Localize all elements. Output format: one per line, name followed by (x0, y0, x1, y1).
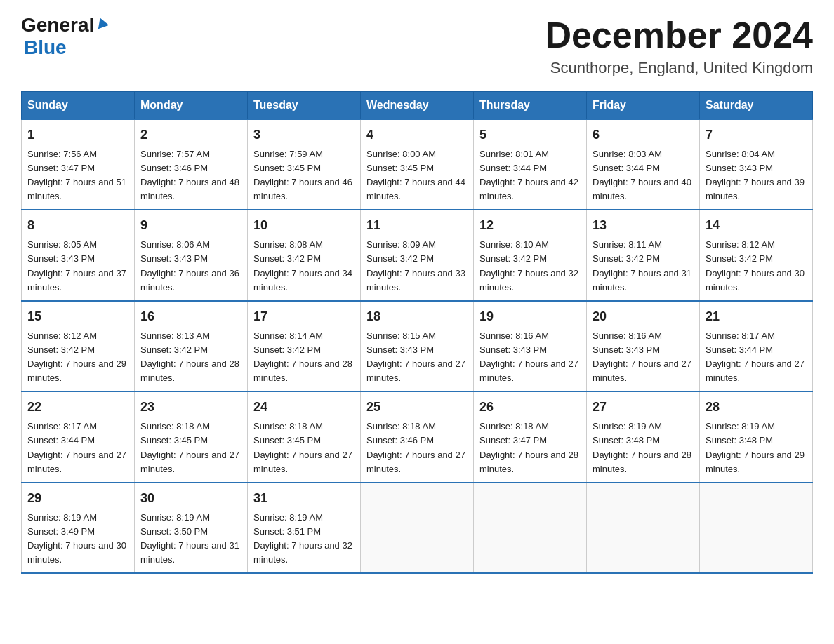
sunset-text: Sunset: 3:42 PM (593, 253, 660, 264)
calendar-cell: 28 Sunrise: 8:19 AM Sunset: 3:48 PM Dayl… (700, 391, 813, 482)
daylight-text: Daylight: 7 hours and 30 minutes. (27, 540, 126, 565)
calendar-cell: 15 Sunrise: 8:12 AM Sunset: 3:42 PM Dayl… (22, 301, 135, 391)
daylight-text: Daylight: 7 hours and 39 minutes. (706, 177, 805, 201)
sunset-text: Sunset: 3:48 PM (593, 435, 660, 445)
daylight-text: Daylight: 7 hours and 29 minutes. (706, 450, 805, 474)
daylight-text: Daylight: 7 hours and 28 minutes. (253, 358, 352, 383)
calendar-week-row: 22 Sunrise: 8:17 AM Sunset: 3:44 PM Dayl… (22, 391, 813, 482)
day-number: 22 (27, 398, 128, 417)
calendar-cell: 10 Sunrise: 8:08 AM Sunset: 3:42 PM Dayl… (248, 210, 361, 300)
day-number: 6 (593, 126, 694, 145)
sunset-text: Sunset: 3:43 PM (706, 163, 773, 173)
calendar-cell: 1 Sunrise: 7:56 AM Sunset: 3:47 PM Dayli… (22, 119, 135, 210)
calendar-header-row: SundayMondayTuesdayWednesdayThursdayFrid… (22, 92, 813, 120)
daylight-text: Daylight: 7 hours and 51 minutes. (27, 177, 126, 201)
sunrise-text: Sunrise: 8:14 AM (253, 330, 323, 341)
day-number: 11 (366, 216, 468, 236)
day-number: 12 (479, 216, 581, 236)
daylight-text: Daylight: 7 hours and 31 minutes. (140, 540, 239, 565)
calendar-week-row: 15 Sunrise: 8:12 AM Sunset: 3:42 PM Dayl… (22, 301, 813, 391)
sunrise-text: Sunrise: 8:17 AM (706, 330, 775, 341)
logo-blue-text: Blue (24, 36, 67, 58)
header-day-sunday: Sunday (22, 92, 135, 120)
sunset-text: Sunset: 3:44 PM (27, 435, 95, 445)
calendar-cell: 17 Sunrise: 8:14 AM Sunset: 3:42 PM Dayl… (248, 301, 361, 391)
day-number: 8 (27, 216, 128, 236)
sunset-text: Sunset: 3:46 PM (366, 435, 434, 445)
sunrise-text: Sunrise: 8:17 AM (27, 421, 97, 431)
header-day-saturday: Saturday (700, 92, 813, 120)
sunrise-text: Sunrise: 8:00 AM (366, 149, 436, 159)
calendar-cell: 19 Sunrise: 8:16 AM Sunset: 3:43 PM Dayl… (474, 301, 587, 391)
daylight-text: Daylight: 7 hours and 46 minutes. (253, 177, 352, 201)
daylight-text: Daylight: 7 hours and 29 minutes. (27, 358, 126, 383)
day-number: 10 (253, 216, 355, 236)
sunrise-text: Sunrise: 8:18 AM (253, 421, 323, 431)
sunrise-text: Sunrise: 7:59 AM (253, 149, 323, 159)
daylight-text: Daylight: 7 hours and 30 minutes. (706, 268, 805, 293)
day-number: 14 (706, 216, 807, 236)
calendar-table: SundayMondayTuesdayWednesdayThursdayFrid… (21, 91, 813, 574)
location-title: Scunthorpe, England, United Kingdom (545, 59, 813, 77)
day-number: 4 (366, 126, 468, 145)
sunset-text: Sunset: 3:43 PM (593, 344, 660, 355)
daylight-text: Daylight: 7 hours and 28 minutes. (140, 358, 239, 383)
calendar-cell: 26 Sunrise: 8:18 AM Sunset: 3:47 PM Dayl… (474, 391, 587, 482)
calendar-cell: 22 Sunrise: 8:17 AM Sunset: 3:44 PM Dayl… (22, 391, 135, 482)
header-day-monday: Monday (135, 92, 248, 120)
sunset-text: Sunset: 3:51 PM (253, 526, 321, 537)
calendar-cell: 29 Sunrise: 8:19 AM Sunset: 3:49 PM Dayl… (22, 483, 135, 573)
calendar-cell (474, 483, 587, 573)
day-number: 16 (140, 307, 241, 327)
logo: General Blue (21, 14, 108, 59)
calendar-cell: 20 Sunrise: 8:16 AM Sunset: 3:43 PM Dayl… (587, 301, 700, 391)
sunset-text: Sunset: 3:45 PM (253, 435, 321, 445)
sunset-text: Sunset: 3:45 PM (253, 163, 321, 173)
day-number: 20 (593, 307, 694, 327)
calendar-cell: 23 Sunrise: 8:18 AM Sunset: 3:45 PM Dayl… (135, 391, 248, 482)
day-number: 28 (706, 398, 807, 417)
sunset-text: Sunset: 3:49 PM (27, 526, 95, 537)
sunrise-text: Sunrise: 8:18 AM (366, 421, 436, 431)
daylight-text: Daylight: 7 hours and 27 minutes. (140, 450, 239, 474)
calendar-cell: 3 Sunrise: 7:59 AM Sunset: 3:45 PM Dayli… (248, 119, 361, 210)
calendar-cell: 12 Sunrise: 8:10 AM Sunset: 3:42 PM Dayl… (474, 210, 587, 300)
sunrise-text: Sunrise: 8:16 AM (593, 330, 662, 341)
day-number: 23 (140, 398, 241, 417)
calendar-cell: 8 Sunrise: 8:05 AM Sunset: 3:43 PM Dayli… (22, 210, 135, 300)
daylight-text: Daylight: 7 hours and 44 minutes. (366, 177, 465, 201)
day-number: 18 (366, 307, 468, 327)
sunset-text: Sunset: 3:48 PM (706, 435, 773, 445)
sunset-text: Sunset: 3:43 PM (366, 344, 434, 355)
daylight-text: Daylight: 7 hours and 27 minutes. (366, 450, 465, 474)
calendar-cell: 31 Sunrise: 8:19 AM Sunset: 3:51 PM Dayl… (248, 483, 361, 573)
title-block: December 2024 Scunthorpe, England, Unite… (545, 14, 813, 77)
daylight-text: Daylight: 7 hours and 27 minutes. (366, 358, 465, 383)
daylight-text: Daylight: 7 hours and 27 minutes. (479, 358, 578, 383)
calendar-cell: 16 Sunrise: 8:13 AM Sunset: 3:42 PM Dayl… (135, 301, 248, 391)
sunset-text: Sunset: 3:42 PM (253, 344, 321, 355)
calendar-cell: 4 Sunrise: 8:00 AM Sunset: 3:45 PM Dayli… (361, 119, 474, 210)
sunrise-text: Sunrise: 8:19 AM (253, 512, 323, 523)
calendar-week-row: 29 Sunrise: 8:19 AM Sunset: 3:49 PM Dayl… (22, 483, 813, 573)
sunrise-text: Sunrise: 8:19 AM (706, 421, 775, 431)
calendar-cell: 14 Sunrise: 8:12 AM Sunset: 3:42 PM Dayl… (700, 210, 813, 300)
daylight-text: Daylight: 7 hours and 34 minutes. (253, 268, 352, 293)
calendar-cell: 21 Sunrise: 8:17 AM Sunset: 3:44 PM Dayl… (700, 301, 813, 391)
day-number: 24 (253, 398, 355, 417)
day-number: 15 (27, 307, 128, 327)
calendar-cell: 30 Sunrise: 8:19 AM Sunset: 3:50 PM Dayl… (135, 483, 248, 573)
sunrise-text: Sunrise: 8:16 AM (479, 330, 549, 341)
calendar-cell: 24 Sunrise: 8:18 AM Sunset: 3:45 PM Dayl… (248, 391, 361, 482)
sunset-text: Sunset: 3:50 PM (140, 526, 208, 537)
calendar-cell: 25 Sunrise: 8:18 AM Sunset: 3:46 PM Dayl… (361, 391, 474, 482)
calendar-cell: 9 Sunrise: 8:06 AM Sunset: 3:43 PM Dayli… (135, 210, 248, 300)
sunset-text: Sunset: 3:47 PM (479, 435, 547, 445)
month-title: December 2024 (545, 14, 813, 56)
logo-general-text: General (21, 14, 94, 36)
sunset-text: Sunset: 3:42 PM (706, 253, 773, 264)
sunset-text: Sunset: 3:43 PM (27, 253, 95, 264)
day-number: 25 (366, 398, 468, 417)
day-number: 5 (479, 126, 581, 145)
daylight-text: Daylight: 7 hours and 28 minutes. (593, 450, 691, 474)
